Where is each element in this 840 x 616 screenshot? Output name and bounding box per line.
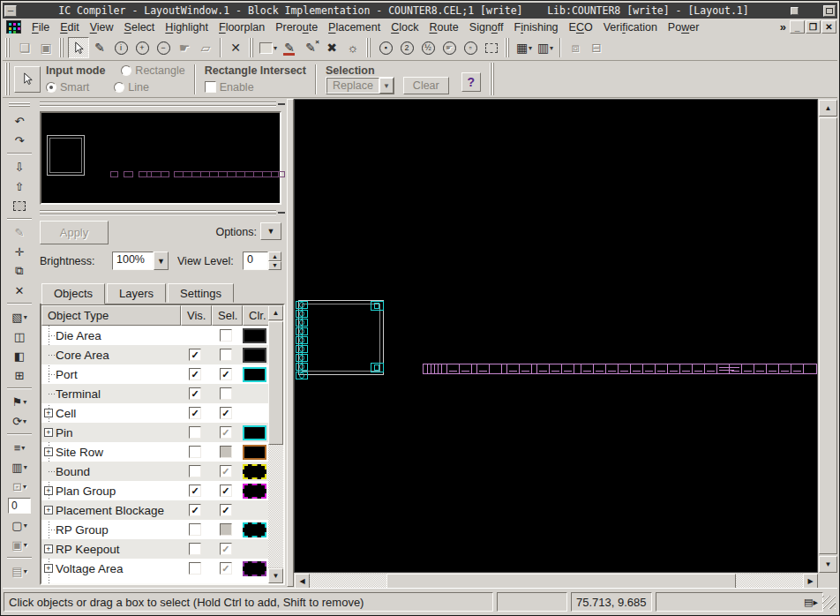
apply-button[interactable]: Apply <box>40 221 109 244</box>
spin-down-icon[interactable]: ▼ <box>268 261 281 271</box>
sel-checkbox[interactable] <box>220 387 232 400</box>
query-info-icon[interactable]: i <box>110 37 131 58</box>
properties-icon[interactable]: ✎ <box>7 222 32 242</box>
table-row[interactable]: RP Group <box>41 520 268 539</box>
table-row[interactable]: +Placement Blockage✓✓ <box>41 500 268 520</box>
resize-grip[interactable] <box>822 596 836 609</box>
menu-power[interactable]: Power <box>663 20 704 34</box>
clear-highlight-icon[interactable]: ✕ <box>225 37 246 58</box>
menu-select[interactable]: Select <box>119 20 161 34</box>
expander-icon[interactable]: + <box>44 564 53 573</box>
dim-highlight-icon[interactable]: ☼ <box>342 37 364 58</box>
table-row[interactable]: +Pin✓ <box>41 423 268 442</box>
vis-checkbox[interactable] <box>189 523 201 536</box>
menu-floorplan[interactable]: Floorplan <box>214 20 270 34</box>
radio-smart[interactable]: Smart <box>46 81 89 94</box>
zoom-half-icon[interactable]: ½ <box>417 37 439 58</box>
tab-settings[interactable]: Settings <box>168 283 234 303</box>
vis-checkbox[interactable]: ✓ <box>189 504 201 516</box>
sel-checkbox[interactable] <box>220 523 232 536</box>
table-row[interactable]: Terminal✓ <box>41 384 268 403</box>
sel-checkbox[interactable]: ✓ <box>220 485 232 497</box>
pan-to-selection-icon[interactable]: ☛ <box>439 37 460 58</box>
expand-block-icon[interactable]: ⧈ <box>565 37 586 58</box>
overview-minimap[interactable] <box>40 111 281 205</box>
panel-splitter[interactable] <box>287 99 294 587</box>
highlight-tool-icon[interactable]: ▧▾ <box>7 307 32 327</box>
color-swatch[interactable] <box>243 348 266 363</box>
table-row[interactable]: Die Area <box>41 326 268 345</box>
dock-collapse-dash[interactable] <box>278 102 285 105</box>
selection-mode-dropdown[interactable]: Replace ▼ <box>326 77 394 94</box>
scroll-up-icon[interactable]: ▲ <box>268 305 283 320</box>
scroll-down-icon[interactable]: ▼ <box>268 568 283 583</box>
redo-icon[interactable]: ↷ <box>7 131 32 150</box>
draw-pencil-icon[interactable]: ✎ <box>89 37 110 58</box>
sel-checkbox[interactable]: ✓ <box>220 368 232 380</box>
zoom-to-selection-icon[interactable]: ▫ <box>460 37 481 58</box>
snap-icon[interactable]: ⊡▾ <box>7 477 32 496</box>
canvas-hscrollbar[interactable]: ◀ ▶ <box>295 574 818 589</box>
expander-icon[interactable]: + <box>44 428 53 437</box>
flag-icon[interactable]: ⚑▾ <box>7 392 32 411</box>
color-swatch[interactable] <box>243 484 266 499</box>
menu-placement[interactable]: Placement <box>323 20 386 34</box>
menu-overflow-chevron[interactable]: » <box>776 20 790 34</box>
radio-rectangle[interactable]: Rectangle <box>121 64 184 77</box>
color-swatch[interactable] <box>243 464 266 479</box>
col-sel[interactable]: Sel. <box>212 305 243 326</box>
vis-checkbox[interactable]: ✓ <box>189 485 201 497</box>
canvas-vscrollbar[interactable]: ▲ ▼ <box>819 100 837 573</box>
visibility-panel-icon[interactable]: ▦▾ <box>514 37 535 58</box>
scroll-right-icon[interactable]: ▶ <box>803 574 818 589</box>
color-swatch[interactable] <box>243 445 266 460</box>
clear-selection-button[interactable]: Clear <box>403 77 449 94</box>
unhighlight-all-icon[interactable]: ✖ <box>321 37 342 58</box>
brightness-dropdown[interactable]: 100% ▼ <box>112 252 169 270</box>
menu-finishing[interactable]: Finishing <box>509 20 564 34</box>
radio-line[interactable]: Line <box>114 81 149 94</box>
stretch-icon[interactable]: ◫ <box>7 327 32 346</box>
menu-route[interactable]: Route <box>424 20 463 34</box>
spacing-icon[interactable]: ⊞ <box>7 365 32 385</box>
color-swatch[interactable] <box>243 328 266 343</box>
table-row[interactable]: +RP Keepout✓ <box>41 539 268 559</box>
table-row[interactable]: +Site Row <box>41 442 268 462</box>
expander-icon[interactable]: + <box>44 506 53 515</box>
distribute-icon[interactable]: ▥▾ <box>7 457 32 477</box>
sel-checkbox[interactable]: ✓ <box>220 562 232 575</box>
zoom-2x-icon[interactable]: 2 <box>396 37 417 58</box>
vis-checkbox[interactable]: ✓ <box>189 387 201 400</box>
expander-icon[interactable]: + <box>44 409 53 417</box>
vis-checkbox[interactable] <box>189 465 201 477</box>
align-icon[interactable]: ≡▾ <box>7 438 32 457</box>
sel-checkbox[interactable]: ✓ <box>220 543 232 555</box>
sel-checkbox[interactable]: ✓ <box>220 465 232 477</box>
menu-clock[interactable]: Clock <box>386 20 424 34</box>
menu-verification[interactable]: Verification <box>598 20 663 34</box>
save-icon[interactable]: ▣ <box>35 37 56 58</box>
mdi-restore-button[interactable]: ❐ <box>806 20 821 34</box>
ruler-icon[interactable]: ▱ <box>195 37 216 58</box>
table-row[interactable]: Bound✓ <box>41 462 268 481</box>
help-button[interactable]: ? <box>461 72 481 92</box>
highlight-pencil-icon[interactable]: ✎ <box>279 37 300 58</box>
scroll-down-icon[interactable]: ▼ <box>819 556 837 573</box>
menu-preroute[interactable]: Preroute <box>270 20 323 34</box>
mdi-minimize-button[interactable]: _ <box>790 20 805 34</box>
menu-edit[interactable]: Edit <box>55 20 85 34</box>
push-down-hier-icon[interactable]: ⇩ <box>7 157 32 177</box>
vis-checkbox[interactable] <box>189 562 201 575</box>
hscroll-thumb[interactable] <box>386 574 736 589</box>
window-menu-button[interactable]: ─ <box>4 5 17 17</box>
table-row[interactable]: +Plan Group✓✓ <box>41 481 268 500</box>
vis-checkbox[interactable]: ✓ <box>189 349 201 361</box>
vis-checkbox[interactable] <box>189 426 201 439</box>
spin-up-icon[interactable]: ▲ <box>268 252 281 261</box>
layers-icon[interactable]: ▤▾ <box>7 561 32 581</box>
scroll-thumb[interactable] <box>268 321 283 445</box>
keepout-icon[interactable]: ▢▾ <box>7 515 32 535</box>
delete-icon[interactable]: ✕ <box>7 281 32 300</box>
menu-view[interactable]: View <box>85 20 119 34</box>
table-row[interactable]: Core Area✓ <box>41 345 268 364</box>
